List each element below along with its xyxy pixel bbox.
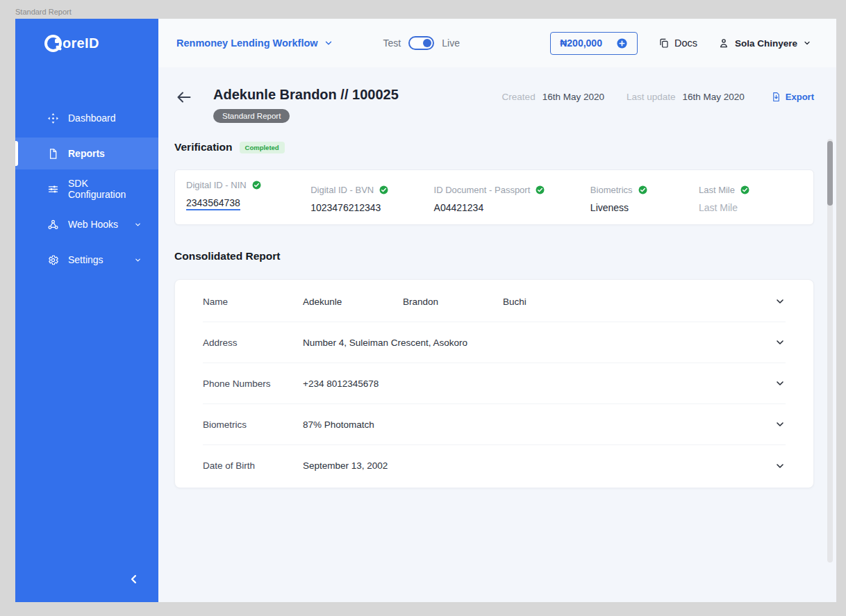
verification-section: Verification Completed Digital ID - NIN2… bbox=[174, 141, 814, 225]
plus-circle-icon[interactable] bbox=[616, 38, 628, 49]
chevron-down-icon bbox=[134, 221, 142, 228]
verification-item-label: Last Mile bbox=[699, 185, 735, 195]
sidebar: oreID DashboardReportsSDK ConfigurationW… bbox=[15, 19, 158, 602]
report-row-value: +234 8012345678 bbox=[303, 378, 403, 389]
docs-icon bbox=[658, 38, 670, 49]
verification-item-biometrics: BiometricsLiveness bbox=[590, 180, 699, 213]
report-row-label: Phone Numbers bbox=[203, 378, 303, 389]
last-update-value: 16th May 2020 bbox=[683, 92, 745, 102]
sdk-configuration-icon bbox=[47, 183, 59, 195]
report-row-name[interactable]: NameAdekunleBrandonBuchi bbox=[203, 281, 786, 322]
sidebar-item-label: Settings bbox=[68, 254, 103, 265]
verification-item-value: A04421234 bbox=[434, 202, 590, 213]
report-row-value: Brandon bbox=[403, 297, 503, 307]
consolidated-report-heading: Consolidated Report bbox=[174, 250, 814, 263]
verification-item-last-mile: Last MileLast Mile bbox=[699, 180, 802, 213]
report-type-badge: Standard Report bbox=[213, 109, 290, 123]
check-circle-icon bbox=[536, 185, 545, 194]
verification-item-value[interactable]: 2343564738 bbox=[186, 197, 240, 210]
report-row-label: Biometrics bbox=[203, 419, 303, 430]
chevron-down-icon bbox=[134, 256, 142, 264]
topbar: Renmoney Lending Workflow Test Live ₦200… bbox=[158, 19, 836, 67]
report-row-address[interactable]: AddressNumber 4, Suleiman Crescent, Asok… bbox=[203, 322, 786, 363]
app-window: oreID DashboardReportsSDK ConfigurationW… bbox=[15, 19, 836, 602]
sidebar-nav: DashboardReportsSDK ConfigurationWeb Hoo… bbox=[15, 102, 158, 279]
wallet-balance-button[interactable]: ₦200,000 bbox=[550, 32, 638, 55]
check-circle-icon bbox=[638, 185, 647, 194]
consolidated-report-section: Consolidated Report NameAdekunleBrandonB… bbox=[174, 250, 814, 488]
report-row-value: 87% Photomatch bbox=[303, 419, 403, 430]
docs-link[interactable]: Docs bbox=[658, 38, 697, 49]
report-row-label: Name bbox=[203, 297, 303, 307]
toggle-knob bbox=[423, 39, 431, 47]
user-name: Sola Chinyere bbox=[735, 38, 797, 49]
chevron-down-icon[interactable] bbox=[774, 419, 786, 430]
sidebar-item-settings[interactable]: Settings bbox=[15, 244, 158, 276]
chevron-down-icon[interactable] bbox=[774, 296, 786, 307]
chevron-down-icon[interactable] bbox=[774, 460, 786, 472]
chevron-down-icon[interactable] bbox=[774, 378, 786, 389]
qoreid-logo-text: oreID bbox=[63, 35, 99, 51]
person-icon bbox=[718, 38, 729, 49]
verification-item-digital-id-nin: Digital ID - NIN2343564738 bbox=[186, 180, 310, 213]
scrollbar[interactable] bbox=[827, 139, 833, 563]
verification-item-value: Liveness bbox=[590, 202, 699, 213]
docs-label: Docs bbox=[674, 38, 697, 49]
report-row-value: Adekunle bbox=[303, 297, 403, 307]
report-meta: Created 16th May 2020 Last update 16th M… bbox=[502, 92, 814, 102]
page-title: Adekunle Brandon // 100025 bbox=[213, 87, 399, 103]
qoreid-logo: oreID bbox=[15, 19, 158, 67]
live-label: Live bbox=[442, 38, 460, 49]
check-circle-icon bbox=[252, 181, 261, 190]
report-row-value: Number 4, Suleiman Crescent, Asokoro bbox=[303, 338, 470, 348]
sidebar-item-label: SDK Configuration bbox=[68, 178, 142, 200]
reports-icon bbox=[47, 148, 59, 160]
check-circle-icon bbox=[379, 185, 388, 194]
chevron-left-icon[interactable] bbox=[128, 573, 140, 585]
verification-item-digital-id-bvn: Digital ID - BVN1023476212343 bbox=[310, 180, 433, 213]
sidebar-item-label: Dashboard bbox=[68, 113, 116, 124]
report-row-label: Address bbox=[203, 338, 303, 348]
export-button[interactable]: Export bbox=[771, 92, 814, 102]
main-area: Renmoney Lending Workflow Test Live ₦200… bbox=[158, 19, 836, 602]
chevron-down-icon[interactable] bbox=[774, 337, 786, 348]
verification-item-label: ID Document - Passport bbox=[434, 185, 531, 195]
export-file-icon bbox=[771, 92, 781, 102]
user-menu[interactable]: Sola Chinyere bbox=[718, 38, 811, 49]
qoreid-logo-q-icon bbox=[44, 35, 62, 52]
frame-title: Standard Report bbox=[15, 8, 72, 16]
page-header: Adekunle Brandon // 100025 Standard Repo… bbox=[174, 87, 814, 123]
created-value: 16th May 2020 bbox=[542, 92, 604, 102]
env-toggle[interactable] bbox=[408, 36, 434, 50]
wallet-balance-amount: ₦200,000 bbox=[560, 38, 602, 49]
topbar-right: ₦200,000 Docs Sola Chinyere bbox=[550, 32, 811, 55]
environment-switch: Test Live bbox=[383, 36, 460, 50]
scrollbar-thumb[interactable] bbox=[827, 141, 833, 206]
sidebar-item-web-hooks[interactable]: Web Hooks bbox=[15, 208, 158, 240]
sidebar-item-reports[interactable]: Reports bbox=[15, 138, 158, 169]
report-row-biometrics[interactable]: Biometrics87% Photomatch bbox=[203, 404, 786, 445]
verification-status-badge: Completed bbox=[240, 142, 285, 153]
workflow-selector[interactable]: Renmoney Lending Workflow bbox=[176, 38, 333, 49]
verification-item-label: Digital ID - BVN bbox=[310, 185, 374, 195]
sidebar-item-sdk-configuration[interactable]: SDK Configuration bbox=[15, 173, 158, 205]
settings-icon bbox=[47, 254, 59, 266]
verification-item-label: Biometrics bbox=[590, 185, 633, 195]
chevron-down-icon bbox=[803, 39, 811, 47]
report-row-label: Date of Birth bbox=[203, 460, 303, 471]
verification-item-id-document-passport: ID Document - PassportA04421234 bbox=[434, 180, 590, 213]
check-circle-icon bbox=[740, 185, 749, 194]
sidebar-item-label: Reports bbox=[68, 148, 105, 159]
verification-item-label: Digital ID - NIN bbox=[186, 180, 247, 190]
verification-card: Digital ID - NIN2343564738Digital ID - B… bbox=[174, 169, 814, 225]
chevron-down-icon bbox=[324, 38, 333, 48]
report-row-value: Buchi bbox=[503, 297, 603, 307]
content-area: Adekunle Brandon // 100025 Standard Repo… bbox=[158, 67, 836, 602]
report-row-value: September 13, 2002 bbox=[303, 460, 403, 471]
sidebar-item-label: Web Hooks bbox=[68, 219, 118, 230]
report-row-date-of-birth[interactable]: Date of BirthSeptember 13, 2002 bbox=[203, 445, 786, 486]
report-row-phone-numbers[interactable]: Phone Numbers+234 8012345678 bbox=[203, 363, 786, 404]
back-button[interactable] bbox=[174, 89, 194, 106]
sidebar-item-dashboard[interactable]: Dashboard bbox=[15, 102, 158, 134]
test-label: Test bbox=[383, 38, 401, 49]
